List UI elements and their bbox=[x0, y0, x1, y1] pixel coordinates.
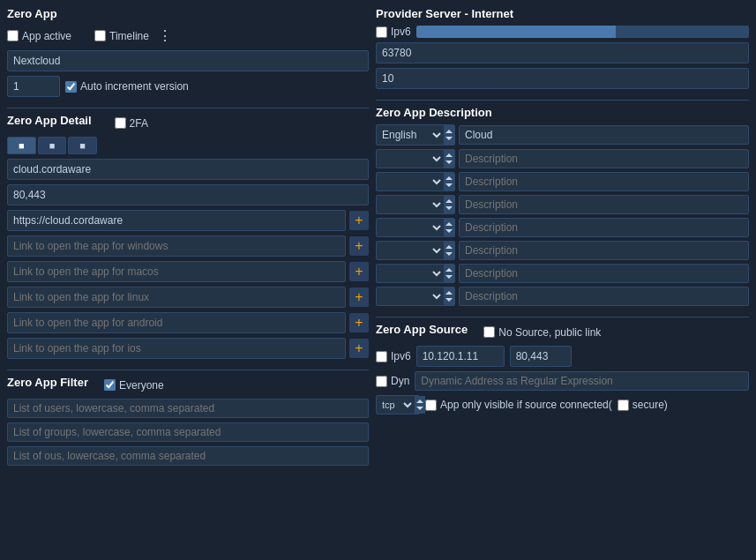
desc-arrows-7[interactable] bbox=[444, 265, 454, 282]
desc-text-7[interactable] bbox=[459, 264, 749, 283]
lang-arrows-1[interactable] bbox=[444, 125, 454, 145]
everyone-checkbox[interactable] bbox=[104, 379, 116, 391]
desc-text-2[interactable] bbox=[459, 149, 749, 168]
desc-arrow-up-8[interactable] bbox=[445, 291, 453, 295]
tcp-arrows[interactable] bbox=[415, 396, 425, 414]
desc-arrows-3[interactable] bbox=[444, 173, 454, 190]
desc-arrow-down-4[interactable] bbox=[445, 206, 453, 210]
desc-arrows-6[interactable] bbox=[444, 242, 454, 259]
desc-arrow-up-2[interactable] bbox=[445, 153, 453, 157]
desc-arrow-down-2[interactable] bbox=[445, 161, 453, 164]
app-name-input[interactable]: Nextcloud bbox=[7, 50, 369, 71]
desc-arrow-down-8[interactable] bbox=[445, 298, 453, 302]
desc-select-wrap-2[interactable]: English bbox=[376, 149, 455, 168]
twofa-checkbox-label[interactable]: 2FA bbox=[115, 117, 148, 130]
desc-lang-select-3[interactable]: English bbox=[377, 173, 444, 190]
link-linux-add-button[interactable]: + bbox=[349, 287, 369, 307]
app-active-checkbox-label[interactable]: App active bbox=[7, 30, 71, 42]
desc-lang-select-2[interactable]: English bbox=[377, 150, 444, 168]
app-visible-checkbox-label[interactable]: App only visible if source connected( bbox=[425, 399, 612, 411]
link-windows-input[interactable] bbox=[7, 235, 346, 257]
tcp-select[interactable]: tcp udp bbox=[377, 399, 415, 411]
ous-input[interactable] bbox=[7, 446, 369, 466]
desc-arrow-up-5[interactable] bbox=[445, 222, 453, 226]
auto-increment-label[interactable]: Auto increment version bbox=[65, 80, 189, 93]
port-input[interactable]: 80,443 bbox=[7, 184, 369, 205]
link-android-input[interactable] bbox=[7, 312, 346, 333]
desc-lang-select-6[interactable]: English bbox=[377, 242, 444, 259]
app-active-checkbox[interactable] bbox=[7, 30, 19, 41]
link-macos-input[interactable] bbox=[7, 261, 346, 282]
lang-select-1[interactable]: English German French bbox=[377, 125, 444, 145]
timeline-checkbox[interactable] bbox=[94, 30, 106, 41]
tab-1[interactable]: ■ bbox=[7, 137, 36, 154]
more-menu-button[interactable]: ⋮ bbox=[154, 26, 176, 46]
tcp-arrow-up[interactable] bbox=[416, 399, 423, 403]
secure-checkbox-label[interactable]: secure) bbox=[618, 399, 668, 411]
source-ipv6-checkbox-label[interactable]: Ipv6 bbox=[376, 350, 411, 362]
lang-arrow-down-1[interactable] bbox=[445, 137, 453, 140]
url-add-button[interactable]: + bbox=[349, 211, 369, 230]
desc-select-wrap-3[interactable]: English bbox=[376, 172, 455, 191]
source-ip-input[interactable]: 10.120.1.11 bbox=[416, 346, 505, 367]
desc-lang-select-8[interactable]: English bbox=[377, 287, 444, 305]
desc-arrow-down-5[interactable] bbox=[445, 229, 453, 233]
link-ios-add-button[interactable]: + bbox=[349, 339, 369, 358]
ipv6-checkbox-label[interactable]: Ipv6 bbox=[376, 26, 411, 38]
domain-input[interactable]: cloud.cordaware bbox=[7, 159, 369, 180]
desc-arrow-up-4[interactable] bbox=[445, 199, 453, 203]
source-port-input[interactable]: 80,443 bbox=[510, 346, 572, 367]
lang-arrow-up-1[interactable] bbox=[445, 130, 453, 133]
desc-select-wrap-4[interactable]: English bbox=[376, 195, 455, 214]
tab-2[interactable]: ■ bbox=[38, 137, 67, 154]
desc-text-8[interactable] bbox=[459, 287, 749, 306]
tcp-arrow-down[interactable] bbox=[416, 407, 423, 410]
desc-arrows-8[interactable] bbox=[444, 287, 454, 305]
desc-arrow-up-6[interactable] bbox=[445, 245, 453, 249]
link-linux-input[interactable] bbox=[7, 287, 346, 308]
auto-increment-checkbox[interactable] bbox=[65, 81, 77, 93]
desc-text-5[interactable] bbox=[459, 218, 749, 237]
no-source-checkbox-label[interactable]: No Source, public link bbox=[483, 326, 601, 339]
link-android-add-button[interactable]: + bbox=[349, 313, 369, 332]
desc-text-1[interactable]: Cloud bbox=[459, 125, 749, 145]
desc-arrow-up-3[interactable] bbox=[445, 176, 453, 180]
provider-port1-input[interactable]: 63780 bbox=[376, 42, 749, 63]
desc-arrow-up-7[interactable] bbox=[445, 268, 453, 272]
link-macos-add-button[interactable]: + bbox=[349, 262, 369, 281]
desc-arrow-down-7[interactable] bbox=[445, 275, 453, 279]
desc-arrows-5[interactable] bbox=[444, 219, 454, 236]
everyone-checkbox-label[interactable]: Everyone bbox=[104, 379, 164, 392]
desc-arrows-4[interactable] bbox=[444, 196, 454, 213]
desc-select-wrap-6[interactable]: English bbox=[376, 241, 455, 260]
desc-lang-select-7[interactable]: English bbox=[377, 265, 444, 282]
desc-select-wrap-8[interactable]: English bbox=[376, 287, 455, 306]
desc-arrow-down-3[interactable] bbox=[445, 183, 453, 187]
desc-lang-select-4[interactable]: English bbox=[377, 196, 444, 213]
link-ios-input[interactable] bbox=[7, 338, 346, 359]
source-ipv6-checkbox[interactable] bbox=[376, 351, 387, 362]
secure-checkbox[interactable] bbox=[618, 399, 629, 411]
desc-select-wrap-7[interactable]: English bbox=[376, 264, 455, 283]
ipv6-checkbox[interactable] bbox=[376, 26, 387, 38]
link-windows-add-button[interactable]: + bbox=[349, 236, 369, 256]
desc-text-6[interactable] bbox=[459, 241, 749, 260]
dyn-checkbox-label[interactable]: Dyn bbox=[376, 375, 409, 387]
url-input[interactable]: https://cloud.cordaware bbox=[7, 210, 346, 231]
dyn-checkbox[interactable] bbox=[376, 376, 387, 387]
version-input[interactable]: 1 bbox=[7, 76, 60, 97]
desc-arrows-2[interactable] bbox=[444, 150, 454, 168]
timeline-checkbox-label[interactable]: Timeline bbox=[94, 30, 149, 42]
app-visible-checkbox[interactable] bbox=[425, 399, 437, 411]
desc-text-4[interactable] bbox=[459, 195, 749, 214]
users-input[interactable] bbox=[7, 399, 369, 418]
groups-input[interactable] bbox=[7, 422, 369, 442]
desc-text-3[interactable] bbox=[459, 172, 749, 191]
no-source-checkbox[interactable] bbox=[483, 326, 495, 338]
desc-arrow-down-6[interactable] bbox=[445, 252, 453, 256]
tcp-select-wrap[interactable]: tcp udp bbox=[376, 395, 420, 414]
lang-select-wrapper-1[interactable]: English German French bbox=[376, 124, 455, 146]
tab-3[interactable]: ■ bbox=[68, 137, 97, 154]
dyn-input[interactable] bbox=[415, 371, 749, 391]
provider-port2-input[interactable]: 10 bbox=[376, 68, 749, 89]
